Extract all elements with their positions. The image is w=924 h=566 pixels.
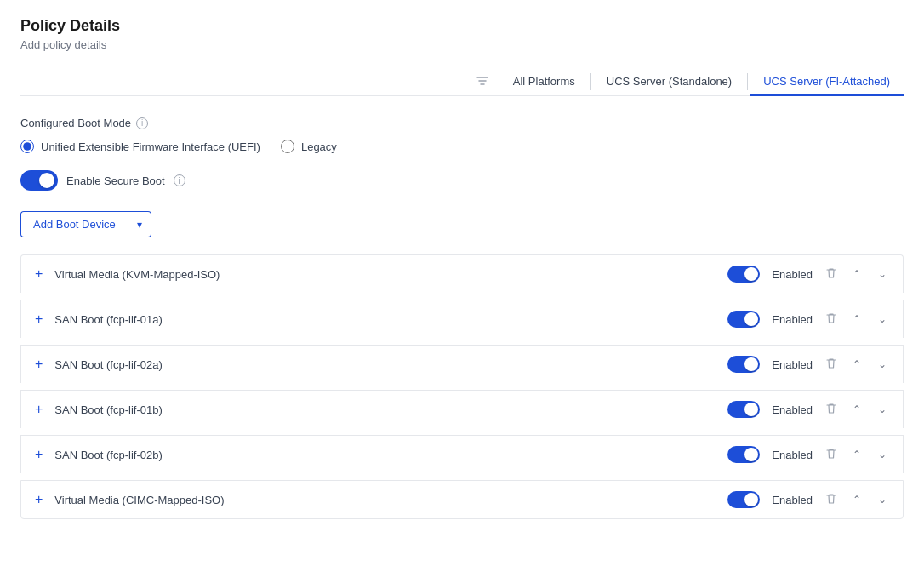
chevron-up-icon[interactable]: ⌃ [850,402,864,417]
radio-uefi-label: Unified Extensible Firmware Interface (U… [41,140,260,153]
device-name: SAN Boot (fcp-lif-01a) [54,313,716,326]
chevron-up-icon[interactable]: ⌃ [850,357,864,372]
device-enabled-label: Enabled [772,313,813,326]
device-name: SAN Boot (fcp-lif-02a) [54,358,716,371]
delete-device-icon[interactable] [824,492,838,508]
device-enabled-label: Enabled [772,449,813,461]
device-enabled-toggle[interactable] [727,311,760,328]
device-enabled-toggle[interactable] [727,446,760,463]
device-name: SAN Boot (fcp-lif-01b) [54,403,716,416]
expand-icon[interactable]: + [35,447,43,462]
tab-divider-1 [590,73,591,90]
page-title: Policy Details [20,17,904,35]
radio-legacy-label: Legacy [301,140,337,153]
delete-device-icon[interactable] [824,447,838,463]
device-name: Virtual Media (KVM-Mapped-ISO) [54,268,716,281]
device-enabled-label: Enabled [772,403,813,416]
page-header: Policy Details Add policy details [20,17,904,51]
chevron-down-icon[interactable]: ⌄ [876,447,889,462]
platform-tabs: All Platforms UCS Server (Standalone) UC… [20,68,904,96]
device-enabled-label: Enabled [772,358,813,371]
tab-divider-2 [747,73,748,90]
secure-boot-label: Enable Secure Boot [66,174,165,187]
filter-icon[interactable] [476,74,489,90]
boot-device-row: + SAN Boot (fcp-lif-01b) Enabled ⌃ ⌄ [20,390,904,428]
device-enabled-label: Enabled [772,494,813,506]
chevron-down-icon[interactable]: ⌄ [876,266,889,282]
secure-boot-toggle[interactable] [20,170,58,191]
device-enabled-toggle[interactable] [727,356,760,373]
radio-legacy-input[interactable] [281,140,294,153]
boot-device-row: + SAN Boot (fcp-lif-01a) Enabled ⌃ ⌄ [20,300,904,338]
expand-icon[interactable]: + [35,266,43,282]
delete-device-icon[interactable] [824,266,838,283]
chevron-up-icon[interactable]: ⌃ [850,266,864,282]
device-enabled-toggle[interactable] [727,266,760,283]
page-subtitle: Add policy details [20,38,904,51]
boot-device-row: + SAN Boot (fcp-lif-02a) Enabled ⌃ ⌄ [20,345,904,383]
expand-icon[interactable]: + [35,312,43,327]
chevron-up-icon[interactable]: ⌃ [850,447,864,462]
radio-uefi[interactable]: Unified Extensible Firmware Interface (U… [20,140,260,153]
expand-icon[interactable]: + [35,402,43,417]
chevron-down-icon[interactable]: ⌄ [876,312,889,327]
device-enabled-toggle[interactable] [727,491,760,508]
add-boot-device-dropdown-button[interactable]: ▾ [128,211,151,237]
secure-boot-row: Enable Secure Boot i [20,170,904,191]
device-enabled-toggle[interactable] [727,401,760,418]
device-name: Virtual Media (CIMC-Mapped-ISO) [54,494,716,506]
expand-icon[interactable]: + [35,492,43,507]
chevron-up-icon[interactable]: ⌃ [850,312,864,327]
delete-device-icon[interactable] [824,357,838,373]
tab-ucs-standalone[interactable]: UCS Server (Standalone) [593,68,745,96]
chevron-down-icon[interactable]: ⌄ [876,492,889,507]
radio-uefi-input[interactable] [20,140,34,153]
boot-mode-radio-group: Unified Extensible Firmware Interface (U… [20,140,904,153]
chevron-down-icon[interactable]: ⌄ [876,357,889,372]
chevron-up-icon[interactable]: ⌃ [850,492,864,507]
boot-device-list: + Virtual Media (KVM-Mapped-ISO) Enabled… [20,254,904,519]
secure-boot-info-icon[interactable]: i [174,174,185,186]
delete-device-icon[interactable] [824,312,838,328]
boot-mode-info-icon[interactable]: i [136,117,148,129]
radio-legacy[interactable]: Legacy [281,140,337,153]
chevron-down-icon[interactable]: ⌄ [876,402,889,417]
page-container: Policy Details Add policy details All Pl… [0,0,924,566]
tab-ucs-fi-attached[interactable]: UCS Server (FI-Attached) [750,68,904,96]
delete-device-icon[interactable] [824,402,838,418]
device-enabled-label: Enabled [772,268,813,281]
add-boot-device-wrap: Add Boot Device ▾ [20,211,151,237]
boot-device-row: + Virtual Media (CIMC-Mapped-ISO) Enable… [20,480,904,519]
device-name: SAN Boot (fcp-lif-02b) [54,449,716,461]
boot-device-row: + Virtual Media (KVM-Mapped-ISO) Enabled… [20,254,904,293]
boot-device-row: + SAN Boot (fcp-lif-02b) Enabled ⌃ ⌄ [20,435,904,473]
boot-mode-label: Configured Boot Mode i [20,117,904,129]
add-boot-device-button[interactable]: Add Boot Device [20,211,128,237]
tab-all-platforms[interactable]: All Platforms [499,68,589,96]
expand-icon[interactable]: + [35,357,43,372]
